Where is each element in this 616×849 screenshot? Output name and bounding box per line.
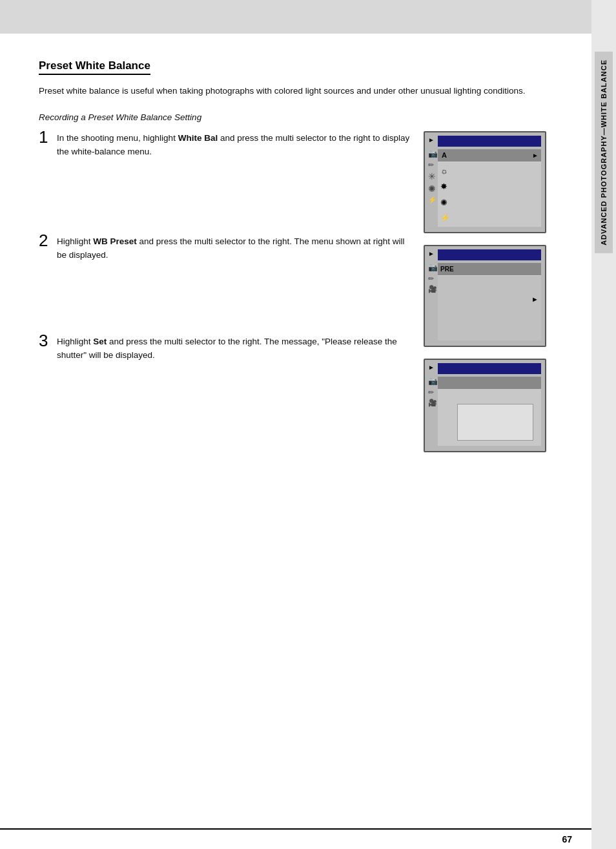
screen2-pencil-icon: ✏ — [428, 275, 437, 283]
screen2-arrow: ► — [531, 295, 539, 303]
step-1-block: 1 In the shooting menu, highlight White … — [39, 131, 424, 235]
top-bar — [0, 0, 594, 34]
sidebar-label: ADVANCED PHOTOGRAPHY—WHITE BALANCE — [595, 52, 613, 253]
camera-screen-1: ► 📷 A ► ✏ ✳ ✺ ⚡ — [424, 131, 546, 233]
screen1-flash-icon: ⚡ — [428, 196, 437, 204]
step-2-bold: WB Preset — [93, 236, 137, 246]
screen1-sun1-icon: ✳ — [428, 171, 437, 182]
screen3-cam2-icon: 🎥 — [428, 399, 437, 407]
s1-icon4: ⚡ — [440, 213, 539, 222]
screen1-camera-icon: 📷 — [428, 149, 438, 158]
steps-area: 1 In the shooting menu, highlight White … — [39, 131, 553, 452]
recording-heading: Recording a Preset White Balance Setting — [39, 112, 553, 122]
screen3-pencil-icon: ✏ — [428, 388, 437, 397]
step-1-number: 1 — [39, 129, 57, 145]
s1-icon1: ☼ — [440, 166, 539, 176]
step-2-text-part1: Highlight — [57, 236, 93, 246]
screen1-icons-col: ✏ ✳ ✺ ⚡ — [428, 161, 437, 204]
page-container: ADVANCED PHOTOGRAPHY—WHITE BALANCE Prese… — [0, 0, 616, 849]
screen1-pencil-icon: ✏ — [428, 161, 437, 169]
camera-screen-3: ► 📷 PRE ✏ 🎥 — [424, 359, 546, 452]
screen1-row-arrow: ► — [532, 152, 539, 159]
step-3-block: 3 Highlight Set and press the multi sele… — [39, 335, 424, 419]
step-3-row: 3 Highlight Set and press the multi sele… — [39, 335, 424, 362]
screen1-sun2-icon: ✺ — [428, 183, 437, 194]
page-number: 67 — [562, 834, 572, 844]
screen3-pre-row — [438, 377, 541, 389]
screen3-white-box — [457, 404, 533, 441]
screen1-a-text: A — [442, 151, 447, 159]
screen2-camera-icon: 📷 — [428, 263, 438, 272]
step-3-text: Highlight Set and press the multi select… — [57, 335, 411, 362]
step-3-text-part2: and press the multi selector to the righ… — [57, 337, 397, 361]
step-3-bold: Set — [93, 337, 107, 346]
screen3-icons-col: ✏ 🎥 — [428, 388, 437, 407]
step-1-text-part1: In the shooting menu, highlight — [57, 133, 178, 143]
step-2-number: 2 — [39, 232, 57, 249]
screen3-camera-icon: 📷 — [428, 377, 438, 386]
images-column: ► 📷 A ► ✏ ✳ ✺ ⚡ — [424, 131, 553, 452]
screen2-submenu: ► — [438, 276, 541, 341]
camera-screen-2: ► 📷 PRE ✏ 🎥 PRE — [424, 245, 546, 347]
intro-paragraph: Preset white balance is useful when taki… — [39, 84, 553, 98]
main-content: Preset White Balance Preset white balanc… — [0, 34, 591, 828]
screen1-icon-rows: ☼ ✸ ✺ ⚡ — [438, 162, 541, 227]
screen2-header — [438, 249, 541, 260]
step-3-text-part1: Highlight — [57, 337, 93, 346]
screen2-pre-text: PRE — [440, 266, 454, 273]
right-sidebar: ADVANCED PHOTOGRAPHY—WHITE BALANCE — [591, 0, 616, 849]
s1-icon3: ✺ — [440, 198, 539, 207]
screen2-pre-row: PRE — [438, 263, 541, 275]
screen3-header — [438, 363, 541, 374]
steps-column: 1 In the shooting menu, highlight White … — [39, 131, 424, 452]
bottom-bar: 67 — [0, 828, 591, 849]
screen3-play-icon: ► — [428, 364, 435, 371]
step-2-text: Highlight WB Preset and press the multi … — [57, 235, 411, 262]
step-2-block: 2 Highlight WB Preset and press the mult… — [39, 235, 424, 335]
section-title: Preset White Balance — [39, 59, 150, 75]
step-1-row: 1 In the shooting menu, highlight White … — [39, 131, 424, 159]
screen1-play-icon: ► — [428, 136, 435, 143]
step-1-text: In the shooting menu, highlight White Ba… — [57, 131, 411, 159]
s1-icon2: ✸ — [440, 182, 539, 191]
screen1-header — [438, 136, 541, 147]
screen2-play-icon: ► — [428, 250, 435, 257]
screen2-cam2-icon: 🎥 — [428, 285, 437, 293]
step-1-bold: White Bal — [178, 133, 218, 143]
step-3-number: 3 — [39, 332, 57, 349]
screen2-icons-col: ✏ 🎥 — [428, 275, 437, 293]
step-2-row: 2 Highlight WB Preset and press the mult… — [39, 235, 424, 262]
screen1-a-row: A ► — [438, 149, 541, 162]
